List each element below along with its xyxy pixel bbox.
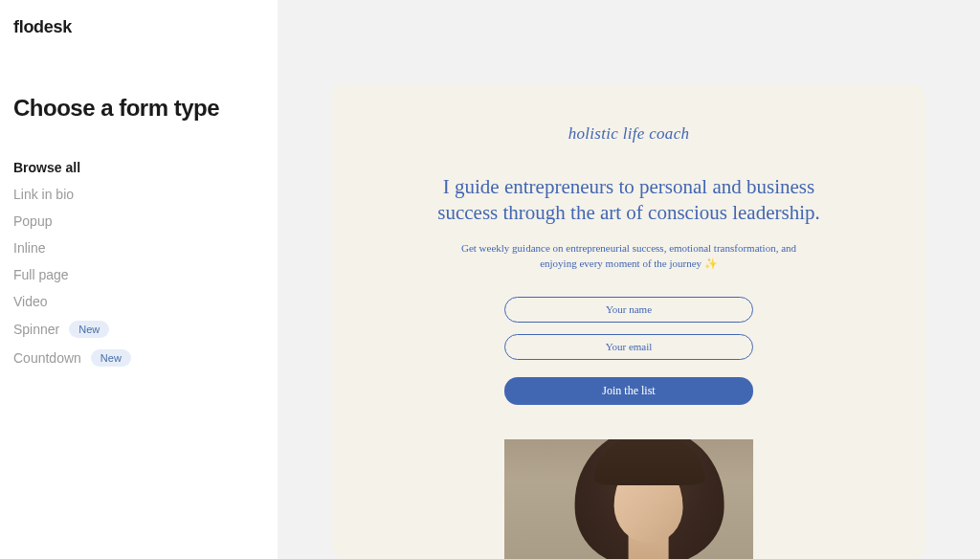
form-type-list: Browse all Link in bio Popup Inline Full… — [13, 158, 264, 369]
form-type-browse-all[interactable]: Browse all — [13, 158, 264, 177]
form-type-label: Countdown — [13, 350, 81, 366]
email-input[interactable] — [504, 334, 753, 360]
form-type-full-page[interactable]: Full page — [13, 265, 264, 284]
new-badge: New — [69, 321, 109, 338]
form-type-label: Full page — [13, 267, 69, 282]
name-input[interactable] — [504, 297, 753, 323]
preview-headline: I guide entrepreneurs to personal and bu… — [433, 174, 825, 227]
preview-image — [504, 439, 753, 559]
form-type-label: Video — [13, 294, 48, 309]
form-type-inline[interactable]: Inline — [13, 238, 264, 257]
form-type-video[interactable]: Video — [13, 292, 264, 311]
preview-description: Get weekly guidance on entrepreneurial s… — [452, 240, 806, 272]
new-badge: New — [91, 349, 131, 367]
sidebar: flodesk Choose a form type Browse all Li… — [0, 0, 278, 559]
form-type-label: Inline — [13, 240, 45, 256]
form-type-label: Spinner — [13, 322, 59, 337]
preview-subtitle: holistic life coach — [568, 124, 690, 144]
form-type-label: Browse all — [13, 160, 80, 175]
form-type-popup[interactable]: Popup — [13, 212, 264, 231]
form-type-spinner[interactable]: Spinner New — [13, 319, 264, 340]
preview-form: Join the list — [504, 297, 753, 405]
form-type-link-in-bio[interactable]: Link in bio — [13, 185, 264, 204]
person-illustration — [564, 439, 736, 559]
submit-button[interactable]: Join the list — [504, 377, 753, 405]
form-type-countdown[interactable]: Countdown New — [13, 347, 264, 369]
logo: flodesk — [13, 17, 264, 37]
page-title: Choose a form type — [13, 95, 264, 122]
form-preview-card[interactable]: holistic life coach I guide entrepreneur… — [332, 84, 925, 559]
main-area: holistic life coach I guide entrepreneur… — [278, 0, 980, 559]
form-type-label: Link in bio — [13, 187, 74, 202]
form-type-label: Popup — [13, 213, 52, 229]
